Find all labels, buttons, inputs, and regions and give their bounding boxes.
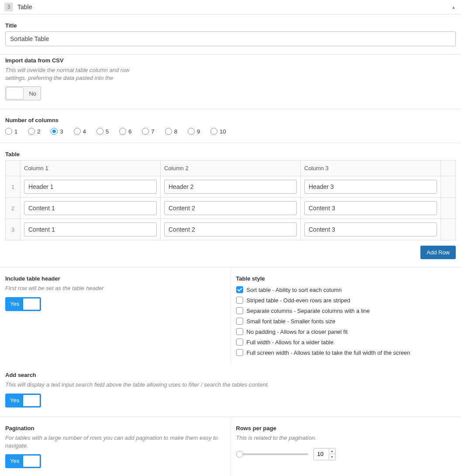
radio-label: 5 [106,128,109,135]
column-header-tail [441,161,456,176]
rows-per-page-label: Rows per page [236,425,456,431]
radio-icon [188,128,195,135]
table-style-option[interactable]: Full screen width - Allows table to take… [236,349,456,356]
csv-label: Import data from CSV [5,57,149,64]
columns-radio-9[interactable]: 9 [188,128,200,135]
columns-radio-10[interactable]: 10 [210,128,226,135]
radio-label: 7 [151,128,154,135]
header-style-row: Include table header First row will be s… [0,267,461,364]
columns-radio-1[interactable]: 1 [5,128,17,135]
table-style-list: Sort table - Ability to sort each column… [236,286,456,356]
rows-per-page-slider[interactable] [236,453,308,455]
toggle-knob [23,298,40,310]
table-style-label: Table style [236,275,456,282]
cell-input[interactable] [304,180,437,194]
columns-radio-4[interactable]: 4 [74,128,86,135]
csv-section: Import data from CSV This will overide t… [0,54,461,109]
collapse-icon[interactable]: ▲ [451,5,456,10]
rownum-header [6,161,21,176]
spinner-up-icon[interactable]: ▲ [329,449,335,454]
columns-radio-6[interactable]: 6 [119,128,131,135]
rows-per-page-input[interactable] [314,449,329,460]
rows-per-page-spinner[interactable]: ▲ ▼ [313,448,336,460]
checkbox-label: Full screen width - Allows table to take… [247,349,410,356]
cell-input[interactable] [164,201,297,215]
radio-icon [142,128,149,135]
cell-input[interactable] [24,180,157,194]
toggle-label: Yes [10,301,19,307]
table-row: 2 [6,198,456,219]
radio-icon [5,128,12,135]
row-number: 3 [6,219,21,240]
pagination-toggle[interactable]: Yes [5,454,41,468]
csv-desc: This will overide the normal table colum… [5,66,149,82]
radio-icon [119,128,126,135]
spinner-buttons: ▲ ▼ [329,449,335,460]
row-tail [441,198,456,219]
cell-input[interactable] [24,223,157,236]
table-style-option[interactable]: Full width - Allows for a wider table [236,339,456,346]
checkbox-icon [236,297,243,304]
table-style-option[interactable]: Small font table - Smaller fonts size [236,318,456,325]
rows-per-page-section: Rows per page This is related to the pag… [230,417,461,476]
toggle-knob [23,455,40,467]
title-input[interactable] [5,31,456,46]
column-header: Column 3 [301,161,441,176]
cell-input[interactable] [164,180,297,194]
cell-input[interactable] [304,201,437,215]
include-header-label: Include table header [5,275,225,282]
toggle-knob [6,87,24,99]
include-header-toggle[interactable]: Yes [5,297,41,311]
slider-thumb[interactable] [236,451,243,458]
column-header: Column 2 [161,161,301,176]
radio-icon [96,128,103,135]
checkbox-icon [236,349,243,356]
pagination-row: Pagination For tables with a large numbe… [0,417,461,476]
checkbox-icon [236,307,243,314]
radio-label: 1 [14,128,17,135]
table-style-option[interactable]: Striped table - Odd-even rows are stripe… [236,297,456,304]
checkbox-label: Full width - Allows for a wider table [247,339,334,346]
columns-radio-3[interactable]: 3 [51,128,63,135]
row-number: 1 [6,176,21,198]
checkbox-label: Sort table - Ability to sort each column [247,287,342,293]
radio-icon [74,128,81,135]
checkbox-icon [236,318,243,325]
search-toggle[interactable]: Yes [5,394,41,408]
search-section: Add search This will display a text inpu… [0,364,461,416]
radio-label: 6 [128,128,131,135]
cell-input[interactable] [24,201,157,215]
radio-label: 3 [60,128,63,135]
columns-section: Number of columns 12345678910 [0,109,461,143]
cell-input[interactable] [304,223,437,236]
pagination-desc: For tables with a large number of rows y… [5,434,225,450]
table-section: Table Column 1Column 2Column 3 123 Add R… [0,143,461,267]
add-row-button[interactable]: Add Row [420,246,456,259]
csv-toggle[interactable]: No [5,86,41,100]
search-label: Add search [5,372,456,378]
checkbox-label: Small font table - Smaller fonts size [247,318,336,325]
table-editor: Column 1Column 2Column 3 123 [5,160,456,240]
columns-radio-2[interactable]: 2 [28,128,40,135]
row-number: 2 [6,198,21,219]
radio-label: 4 [83,128,86,135]
columns-radio-7[interactable]: 7 [142,128,154,135]
cell-input[interactable] [164,223,297,236]
row-tail [441,219,456,240]
search-desc: This will display a text input search fi… [5,381,456,389]
checkbox-label: Separate columns - Separate columns with… [247,308,370,314]
spinner-down-icon[interactable]: ▼ [329,454,335,460]
table-style-option[interactable]: No padding - Allows for a closer panel f… [236,328,456,335]
block-header: 3 Table ▲ [0,0,461,14]
title-label: Title [5,22,456,29]
columns-radio-5[interactable]: 5 [96,128,109,135]
columns-radio-group: 12345678910 [5,128,456,135]
block-type-label: Table [17,3,32,10]
radio-label: 9 [197,128,200,135]
radio-icon [165,128,172,135]
pagination-label: Pagination [5,425,225,431]
table-style-option[interactable]: Sort table - Ability to sort each column [236,286,456,293]
columns-radio-8[interactable]: 8 [165,128,177,135]
radio-label: 10 [220,128,226,135]
table-style-option[interactable]: Separate columns - Separate columns with… [236,307,456,314]
